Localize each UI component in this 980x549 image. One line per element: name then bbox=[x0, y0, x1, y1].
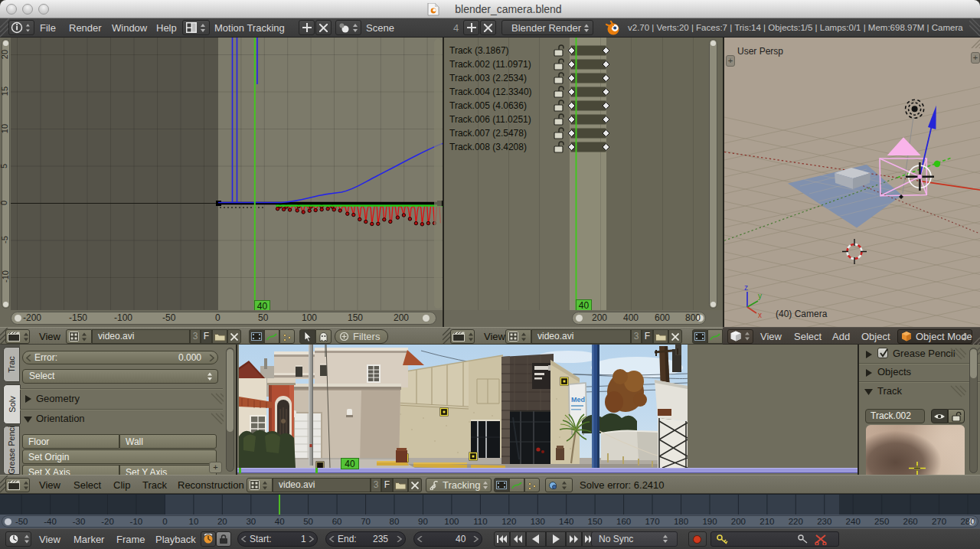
svg-text:z: z bbox=[744, 283, 748, 292]
svg-text:Med: Med bbox=[571, 396, 585, 404]
svg-text:y: y bbox=[758, 292, 762, 300]
svg-text:x: x bbox=[758, 311, 762, 319]
